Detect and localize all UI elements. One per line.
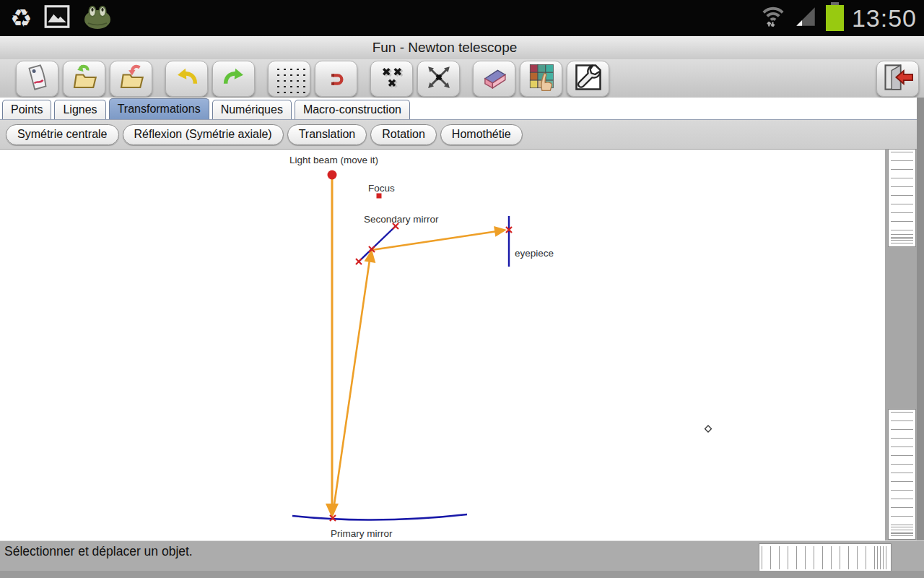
android-status-bar: ♻ (0, 0, 924, 36)
main-toolbar (0, 59, 924, 98)
tab-lignes[interactable]: Lignes (54, 100, 105, 119)
category-tabs: Points Lignes Transformations Numériques… (0, 98, 924, 119)
system-indicators: 13:50 (760, 1, 924, 35)
primary-mirror-arc (292, 514, 467, 520)
notification-icons: ♻ (0, 3, 113, 33)
eyepiece-label: eyepiece (515, 248, 554, 259)
tab-macro-construction[interactable]: Macro-construction (295, 100, 410, 119)
tab-points[interactable]: Points (2, 100, 51, 119)
focus-label: Focus (368, 183, 395, 194)
bottom-edge-strip (0, 571, 924, 578)
rotation-button[interactable]: Rotation (370, 124, 437, 145)
right-edge-strip (917, 98, 924, 578)
tab-numeriques[interactable]: Numériques (212, 100, 292, 119)
vertical-ruler-top[interactable] (889, 150, 915, 246)
exit-door-icon (881, 62, 915, 95)
exit-button[interactable] (876, 61, 919, 97)
redo-arrow-icon (219, 62, 249, 95)
status-message-bar: Sélectionner et déplacer un objet. (0, 540, 924, 578)
folder-red-arrow-icon (116, 62, 147, 95)
wifi-icon (760, 4, 786, 33)
vertical-ruler-bottom[interactable] (889, 410, 915, 539)
page-title: Fun - Newton telescope (372, 40, 518, 56)
translation-button[interactable]: Translation (287, 124, 367, 145)
cursor-marker (705, 426, 712, 432)
app-title-bar: Fun - Newton telescope (0, 36, 924, 59)
wrench-icon (572, 61, 604, 96)
signal-icon (793, 4, 818, 32)
appearance-button[interactable] (520, 61, 562, 97)
gallery-icon (43, 3, 71, 33)
magnet-grid-button[interactable] (315, 61, 357, 97)
reflexion-button[interactable]: Réflexion (Symétrie axiale) (123, 124, 284, 145)
undo-button[interactable] (165, 61, 208, 97)
light-beam-point[interactable] (328, 171, 337, 180)
clock: 13:50 (852, 4, 917, 33)
horizontal-ruler[interactable] (759, 544, 891, 571)
document-icon (23, 63, 52, 95)
save-file-button[interactable] (110, 61, 152, 97)
primary-mirror-label: Primary mirror (331, 528, 393, 539)
redo-button[interactable] (212, 61, 255, 97)
transform-toolbar: Symétrie centrale Réflexion (Symétrie ax… (0, 119, 924, 150)
show-points-button[interactable] (370, 61, 413, 97)
grid-dots-icon (273, 64, 306, 93)
recycle-icon: ♻ (10, 6, 32, 30)
telescope-optics[interactable] (292, 216, 509, 520)
eraser-icon (479, 62, 510, 95)
geometry-figure[interactable]: Light beam (move it) Focus Secondary mir… (0, 150, 885, 540)
drawing-canvas[interactable]: Light beam (move it) Focus Secondary mir… (0, 150, 885, 540)
app-window: ♻ (0, 0, 924, 578)
magnet-icon (320, 64, 353, 93)
tab-transformations[interactable]: Transformations (109, 98, 209, 119)
new-file-button[interactable] (16, 61, 58, 97)
open-file-button[interactable] (63, 61, 105, 97)
points-cursors-icon (377, 64, 407, 94)
grid-button[interactable] (268, 61, 310, 97)
status-message: Sélectionner et déplacer un objet. (4, 544, 193, 559)
homothetie-button[interactable]: Homothétie (440, 124, 523, 145)
settings-button[interactable] (567, 61, 609, 97)
resize-arrows-icon (424, 62, 454, 95)
construction-points[interactable] (330, 223, 512, 521)
folder-open-green-arrow-icon (69, 62, 100, 95)
resize-button[interactable] (417, 61, 460, 97)
secondary-mirror-line (359, 226, 396, 262)
color-palette-hand-icon (526, 62, 557, 95)
eraser-button[interactable] (473, 61, 515, 97)
light-beam-rays[interactable] (326, 179, 507, 518)
frog-app-icon (82, 4, 113, 33)
focus-point[interactable] (377, 194, 382, 199)
undo-arrow-icon (172, 62, 202, 95)
battery-icon (825, 1, 845, 35)
symetrie-centrale-button[interactable]: Symétrie centrale (6, 124, 119, 145)
secondary-mirror-label: Secondary mirror (364, 214, 439, 225)
light-beam-label: Light beam (move it) (289, 155, 378, 165)
